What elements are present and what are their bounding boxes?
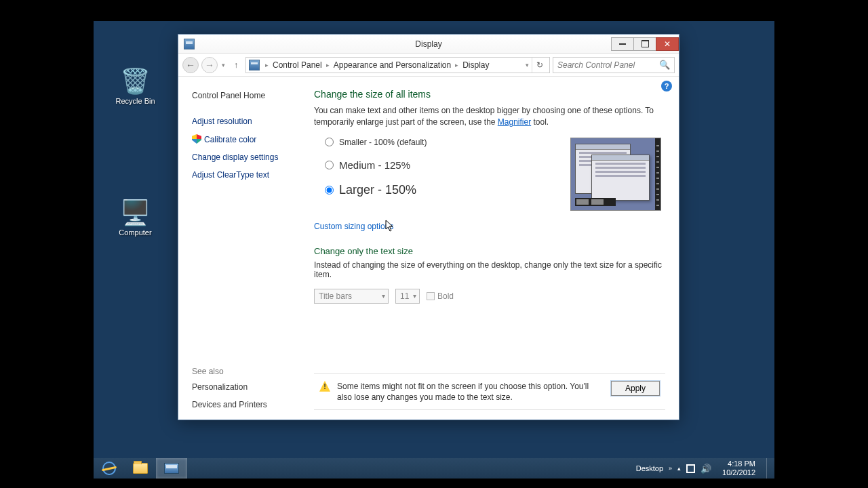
chevron-right-icon[interactable]: ▸: [454, 62, 460, 68]
description-1: You can make text and other items on the…: [314, 105, 665, 128]
computer-label: Computer: [110, 228, 161, 237]
warning-message: Some items might not fit on the screen i…: [337, 381, 604, 403]
radio-smaller-label: Smaller - 100% (default): [339, 138, 427, 147]
up-button[interactable]: ↑: [229, 58, 243, 72]
shield-icon: [192, 134, 201, 144]
chevron-right-icon[interactable]: ▸: [325, 62, 331, 68]
sidebar-link-calibrate-color[interactable]: Calibrate color: [192, 132, 299, 146]
minimize-button[interactable]: [611, 37, 634, 51]
main-content: Change the size of all items You can mak…: [307, 77, 679, 420]
taskbar-explorer[interactable]: [125, 458, 156, 479]
see-also-heading: See also: [192, 326, 299, 376]
folder-icon: [133, 463, 148, 474]
back-button[interactable]: ←: [182, 57, 199, 73]
display-preview: [570, 138, 661, 211]
radio-option-larger[interactable]: Larger - 150%: [325, 183, 557, 197]
sidebar-link-label: Calibrate color: [204, 135, 256, 144]
breadcrumb-item-display[interactable]: Display: [461, 60, 490, 70]
desktop-toolbar-chevrons[interactable]: »: [669, 465, 672, 472]
control-panel-icon: [164, 463, 179, 474]
window-title: Display: [415, 39, 441, 49]
radio-larger-label: Larger - 150%: [339, 183, 416, 197]
search-input[interactable]: [557, 60, 659, 70]
radio-larger[interactable]: [325, 186, 334, 195]
bold-checkbox[interactable]: Bold: [427, 291, 454, 301]
volume-icon[interactable]: 🔊: [701, 464, 711, 473]
taskbar[interactable]: Desktop » ▴ 🔊 4:18 PM 10/2/2012: [94, 458, 774, 479]
see-also-personalization[interactable]: Personalization: [192, 380, 299, 394]
heading-change-size: Change the size of all items: [314, 89, 665, 100]
bold-label: Bold: [437, 291, 454, 301]
size-select[interactable]: 11: [395, 289, 420, 304]
clock-date: 10/2/2012: [722, 468, 755, 477]
clock-time: 4:18 PM: [722, 460, 755, 468]
breadcrumb[interactable]: ▸ Control Panel ▸ Appearance and Persona…: [245, 57, 550, 73]
custom-sizing-link[interactable]: Custom sizing options: [314, 222, 393, 231]
control-panel-window: Display ← → ▾ ↑ ▸ Control Panel ▸ Appear…: [178, 34, 679, 420]
item-select[interactable]: Title bars: [314, 289, 389, 304]
breadcrumb-item-control-panel[interactable]: Control Panel: [271, 60, 323, 70]
desktop-toolbar-label[interactable]: Desktop: [636, 464, 663, 472]
taskbar-control-panel[interactable]: [156, 458, 187, 479]
clock[interactable]: 4:18 PM 10/2/2012: [717, 460, 761, 476]
action-center-icon[interactable]: [686, 464, 695, 473]
radio-option-medium[interactable]: Medium - 125%: [325, 159, 557, 171]
history-dropdown[interactable]: ▾: [220, 62, 226, 68]
forward-button[interactable]: →: [201, 57, 218, 73]
computer-icon: 🖥️: [110, 199, 161, 226]
sidebar-link-adjust-cleartype[interactable]: Adjust ClearType text: [192, 168, 299, 182]
close-button[interactable]: [656, 37, 679, 51]
sidebar: Control Panel Home Adjust resolution Cal…: [178, 77, 307, 420]
sidebar-link-adjust-resolution[interactable]: Adjust resolution: [192, 115, 299, 128]
radio-medium[interactable]: [325, 161, 334, 169]
magnifier-link[interactable]: Magnifier: [498, 117, 531, 127]
warning-bar: Some items might not fit on the screen i…: [314, 373, 665, 410]
search-box[interactable]: 🔍: [553, 57, 675, 73]
show-desktop-button[interactable]: [766, 458, 772, 479]
titlebar[interactable]: Display: [178, 35, 679, 54]
radio-option-smaller[interactable]: Smaller - 100% (default): [325, 138, 557, 147]
checkbox-box[interactable]: [427, 292, 435, 300]
location-icon: [249, 60, 260, 70]
breadcrumb-item-appearance[interactable]: Appearance and Personalization: [332, 60, 452, 70]
apply-button[interactable]: Apply: [611, 381, 660, 396]
see-also-devices-printers[interactable]: Devices and Printers: [192, 398, 299, 411]
tray-overflow-icon[interactable]: ▴: [677, 465, 681, 472]
maximize-button[interactable]: [633, 37, 656, 51]
navigation-bar: ← → ▾ ↑ ▸ Control Panel ▸ Appearance and…: [178, 54, 679, 77]
chevron-down-icon[interactable]: ▾: [524, 62, 530, 68]
radio-medium-label: Medium - 125%: [339, 159, 410, 171]
warning-icon: [319, 381, 330, 392]
sidebar-home-link[interactable]: Control Panel Home: [192, 89, 299, 102]
system-tray: Desktop » ▴ 🔊 4:18 PM 10/2/2012: [633, 458, 774, 479]
help-icon[interactable]: ?: [661, 81, 672, 92]
heading-text-size: Change only the text size: [314, 246, 665, 256]
desktop-icon-computer[interactable]: 🖥️ Computer: [110, 199, 161, 237]
refresh-button[interactable]: ↻: [532, 58, 547, 73]
taskbar-ie[interactable]: [94, 458, 125, 479]
ie-icon: [102, 462, 116, 475]
description-2: Instead of changing the size of everythi…: [314, 260, 665, 279]
recycle-bin-icon: 🗑️: [110, 67, 161, 94]
recycle-bin-label: Recycle Bin: [110, 97, 161, 105]
app-icon: [184, 39, 195, 49]
search-icon[interactable]: 🔍: [659, 60, 670, 70]
radio-smaller[interactable]: [325, 138, 334, 146]
sidebar-link-change-display-settings[interactable]: Change display settings: [192, 150, 299, 164]
desktop-icon-recycle-bin[interactable]: 🗑️ Recycle Bin: [110, 67, 161, 105]
chevron-right-icon[interactable]: ▸: [264, 62, 270, 68]
